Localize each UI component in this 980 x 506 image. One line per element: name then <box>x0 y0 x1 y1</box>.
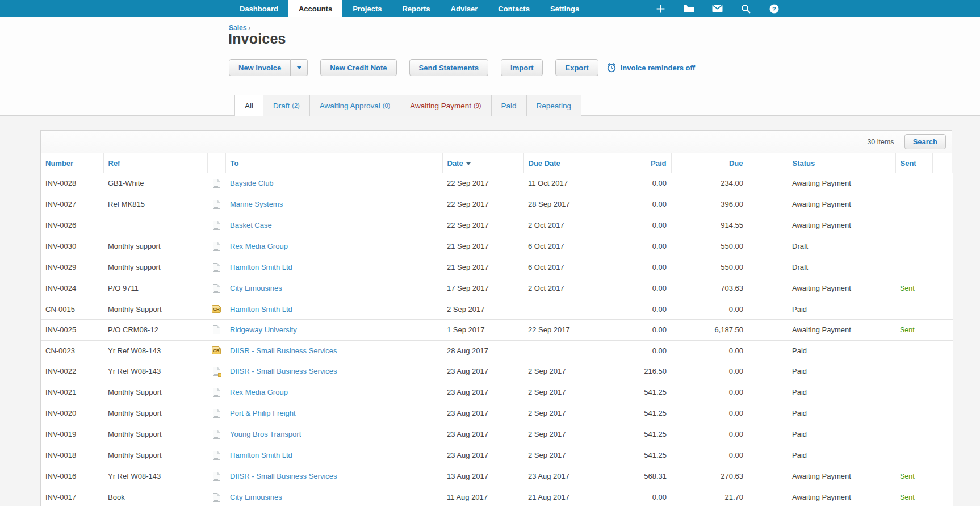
new-invoice-button[interactable]: New Invoice <box>229 59 291 76</box>
tab-draft[interactable]: Draft(2) <box>263 95 310 116</box>
ref-cell: Yr Ref W08-143 <box>103 361 207 382</box>
tab-awaiting-payment[interactable]: Awaiting Payment(9) <box>400 95 491 116</box>
spacer-cell <box>932 445 953 466</box>
column-header-due-date[interactable]: Due Date <box>523 153 609 173</box>
nav-icons: ? <box>646 0 788 17</box>
tab-repeating[interactable]: Repeating <box>526 95 582 116</box>
search-icon[interactable] <box>731 4 760 14</box>
credit-note-icon[interactable]: CR <box>212 346 221 354</box>
contact-link[interactable]: Basket Case <box>230 221 272 229</box>
contact-link[interactable]: Ridgeway University <box>230 325 297 334</box>
document-icon[interactable] <box>213 179 220 188</box>
contact-link[interactable]: Hamilton Smith Ltd <box>230 263 292 271</box>
contact-link[interactable]: DIISR - Small Business Services <box>230 346 337 355</box>
mail-icon[interactable] <box>703 5 731 12</box>
contact-link[interactable]: DIISR - Small Business Services <box>230 367 337 375</box>
due-date-cell <box>523 299 609 319</box>
contact-link[interactable]: Young Bros Transport <box>230 430 301 438</box>
due-date-cell: 28 Sep 2017 <box>523 194 609 215</box>
document-credit-icon[interactable] <box>213 367 220 376</box>
column-header-paid[interactable]: Paid <box>609 153 671 173</box>
status-cell: Awaiting Payment <box>788 487 895 506</box>
send-statements-button[interactable]: Send Statements <box>409 59 488 76</box>
tab-all[interactable]: All <box>234 95 263 116</box>
nav-item-reports[interactable]: Reports <box>392 0 440 17</box>
spacer-cell <box>932 278 953 299</box>
tab-paid[interactable]: Paid <box>491 95 527 116</box>
contact-link[interactable]: Marine Systems <box>230 200 283 208</box>
column-header-due[interactable]: Due <box>671 153 748 173</box>
contact-link[interactable]: Hamilton Smith Ltd <box>230 451 292 459</box>
contact-link[interactable]: DIISR - Small Business Services <box>230 472 337 480</box>
nav-item-adviser[interactable]: Adviser <box>441 0 488 17</box>
nav-item-dashboard[interactable]: Dashboard <box>229 0 288 17</box>
type-icon-cell <box>207 194 225 215</box>
contact-link[interactable]: City Limousines <box>230 284 282 292</box>
type-icon-cell <box>207 236 225 257</box>
document-icon[interactable] <box>213 388 220 397</box>
document-icon[interactable] <box>213 263 220 272</box>
ref-cell: Ref MK815 <box>103 194 207 215</box>
column-header-spacer <box>207 153 225 173</box>
column-header-status[interactable]: Status <box>788 153 895 173</box>
contact-link[interactable]: City Limousines <box>230 493 282 501</box>
search-button[interactable]: Search <box>904 134 946 149</box>
nav-item-accounts[interactable]: Accounts <box>288 0 342 17</box>
document-icon[interactable] <box>213 221 220 230</box>
export-button[interactable]: Export <box>555 59 598 76</box>
new-credit-note-button[interactable]: New Credit Note <box>320 59 396 76</box>
tab-label: Repeating <box>537 102 572 110</box>
document-icon[interactable] <box>213 472 220 481</box>
sent-cell <box>895 257 932 278</box>
column-header-ref[interactable]: Ref <box>103 153 207 173</box>
help-icon[interactable]: ? <box>760 4 788 14</box>
contact-cell: DIISR - Small Business Services <box>225 340 442 361</box>
nav-item-projects[interactable]: Projects <box>342 0 392 17</box>
document-icon[interactable] <box>213 451 220 460</box>
credit-note-icon[interactable]: CR <box>212 305 221 313</box>
document-icon[interactable] <box>213 409 220 418</box>
type-icon-cell <box>207 173 225 194</box>
new-invoice-dropdown-button[interactable] <box>291 59 308 76</box>
plus-icon[interactable] <box>646 4 675 14</box>
column-header-to[interactable]: To <box>225 153 442 173</box>
paid-cell: 0.00 <box>609 340 671 361</box>
paid-cell: 541.25 <box>609 382 671 403</box>
column-header-date[interactable]: Date <box>442 153 523 173</box>
contact-link[interactable]: Bayside Club <box>230 179 274 187</box>
tab-label: All <box>245 102 253 110</box>
document-icon[interactable] <box>213 284 220 293</box>
ref-cell: Monthly Support <box>103 299 207 319</box>
folder-icon[interactable] <box>675 5 703 13</box>
contact-link[interactable]: Hamilton Smith Ltd <box>230 305 292 313</box>
status-cell: Paid <box>788 361 895 382</box>
due-date-cell: 23 Aug 2017 <box>523 466 609 487</box>
contact-link[interactable]: Rex Media Group <box>230 388 288 396</box>
contact-cell: Hamilton Smith Ltd <box>225 445 442 466</box>
invoice-number-cell: INV-0019 <box>41 424 103 445</box>
document-icon[interactable] <box>213 493 220 502</box>
contact-link[interactable]: Rex Media Group <box>230 242 288 250</box>
due-date-cell: 2 Sep 2017 <box>523 445 609 466</box>
document-icon[interactable] <box>213 242 220 251</box>
due-cell: 550.00 <box>671 257 748 278</box>
table-row: CN-0023Yr Ref W08-143CRDIISR - Small Bus… <box>41 340 953 361</box>
spacer-cell <box>748 403 788 424</box>
invoice-reminders-toggle[interactable]: Invoice reminders off <box>606 62 695 73</box>
column-header-sent[interactable]: Sent <box>895 153 932 173</box>
table-row: INV-0022Yr Ref W08-143DIISR - Small Busi… <box>41 361 953 382</box>
document-icon[interactable] <box>213 325 220 334</box>
paid-cell: 0.00 <box>609 257 671 278</box>
nav-item-settings[interactable]: Settings <box>540 0 589 17</box>
document-icon[interactable] <box>213 200 220 209</box>
table-row: INV-0027Ref MK815Marine Systems22 Sep 20… <box>41 194 953 215</box>
document-icon[interactable] <box>213 430 220 439</box>
nav-item-contacts[interactable]: Contacts <box>488 0 540 17</box>
due-cell: 0.00 <box>671 424 748 445</box>
tab-awaiting-approval[interactable]: Awaiting Approval(0) <box>309 95 401 116</box>
column-header-number[interactable]: Number <box>41 153 103 173</box>
contact-link[interactable]: Port & Philip Freight <box>230 409 296 417</box>
table-row: INV-0024P/O 9711City Limousines17 Sep 20… <box>41 278 953 299</box>
status-cell: Paid <box>788 445 895 466</box>
import-button[interactable]: Import <box>501 59 543 76</box>
